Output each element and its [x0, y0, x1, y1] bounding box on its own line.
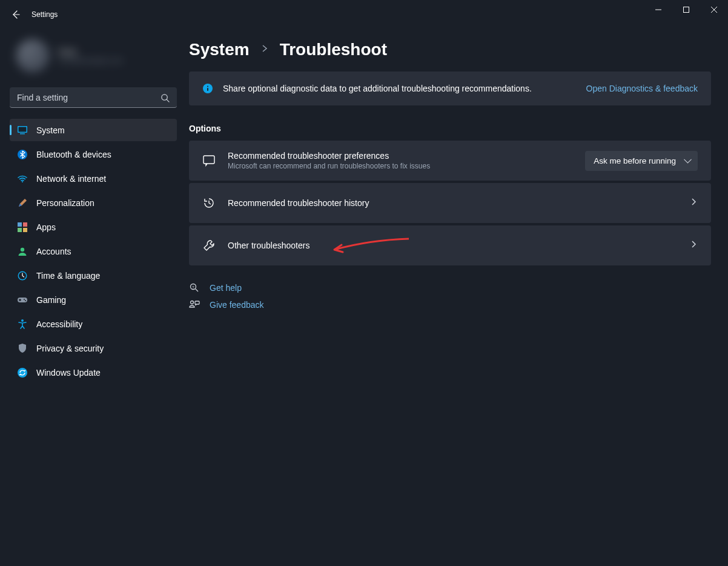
- app-title: Settings: [31, 10, 58, 19]
- svg-point-6: [22, 181, 23, 182]
- chevron-right-icon: [689, 240, 698, 251]
- gamepad-icon: [17, 295, 28, 305]
- nav: System Bluetooth & devices Network & int…: [10, 119, 177, 384]
- svg-rect-3: [19, 127, 27, 132]
- user-email: user@example.com: [58, 56, 123, 65]
- maximize-icon: [683, 7, 689, 13]
- dropdown-value: Ask me before running: [594, 156, 676, 165]
- section-title-options: Options: [189, 124, 711, 133]
- history-icon: [202, 196, 216, 210]
- sidebar-item-personalization[interactable]: Personalization: [10, 191, 177, 214]
- bluetooth-icon: [17, 149, 28, 160]
- back-button[interactable]: [5, 4, 27, 25]
- card-troubleshooter-history[interactable]: Recommended troubleshooter history: [189, 183, 711, 223]
- person-icon: [17, 246, 28, 257]
- open-diagnostics-link[interactable]: Open Diagnostics & feedback: [586, 84, 698, 93]
- wrench-icon: [202, 239, 216, 252]
- sidebar-item-accessibility[interactable]: Accessibility: [10, 313, 177, 335]
- sidebar-item-accounts[interactable]: Accounts: [10, 240, 177, 262]
- svg-rect-7: [18, 222, 22, 227]
- svg-point-1: [161, 94, 167, 99]
- svg-text:?: ?: [192, 285, 194, 289]
- svg-point-16: [25, 300, 26, 301]
- sidebar-item-windows-update[interactable]: Windows Update: [10, 361, 177, 384]
- accessibility-icon: [17, 319, 28, 330]
- sidebar-item-label: Time & language: [36, 271, 100, 281]
- svg-rect-21: [207, 88, 208, 91]
- sidebar-item-label: Apps: [36, 222, 56, 232]
- sidebar-item-label: Privacy & security: [36, 344, 104, 353]
- chevron-right-icon: [689, 198, 698, 208]
- system-icon: [17, 125, 28, 136]
- card-title: Recommended troubleshooter preferences: [228, 151, 573, 161]
- update-icon: [17, 367, 28, 378]
- sidebar-item-label: Bluetooth & devices: [36, 150, 111, 159]
- svg-point-25: [191, 301, 194, 304]
- wifi-icon: [17, 173, 28, 184]
- page-title: Troubleshoot: [280, 40, 387, 59]
- search-icon: [160, 93, 170, 102]
- avatar: [16, 39, 50, 73]
- user-block[interactable]: User user@example.com: [10, 29, 177, 85]
- sidebar-item-label: Accessibility: [36, 319, 82, 329]
- sidebar-item-label: Windows Update: [36, 368, 101, 378]
- svg-rect-4: [20, 133, 25, 135]
- sidebar-item-label: System: [36, 125, 65, 135]
- svg-point-18: [18, 368, 27, 378]
- sidebar-item-bluetooth[interactable]: Bluetooth & devices: [10, 143, 177, 165]
- minimize-icon: [655, 7, 661, 13]
- minimize-button[interactable]: [644, 0, 672, 19]
- svg-point-20: [207, 86, 208, 87]
- info-icon: [202, 83, 213, 94]
- sidebar: User user@example.com System Bluetooth &…: [0, 29, 182, 566]
- help-icon: ?: [189, 282, 200, 293]
- link-label: Give feedback: [210, 300, 264, 310]
- give-feedback-link[interactable]: Give feedback: [189, 299, 711, 310]
- svg-rect-8: [23, 222, 27, 227]
- apps-icon: [17, 222, 28, 233]
- sidebar-item-label: Accounts: [36, 247, 71, 256]
- sidebar-item-label: Network & internet: [36, 174, 106, 184]
- breadcrumb: System Troubleshoot: [189, 29, 711, 72]
- chat-icon: [202, 154, 216, 167]
- clock-icon: [17, 270, 28, 281]
- help-links: ? Get help Give feedback: [189, 282, 711, 310]
- sidebar-item-apps[interactable]: Apps: [10, 216, 177, 238]
- search-input[interactable]: [10, 87, 177, 108]
- feedback-icon: [189, 299, 200, 310]
- sidebar-item-label: Personalization: [36, 198, 94, 208]
- svg-rect-0: [684, 7, 689, 13]
- paintbrush-icon: [17, 198, 28, 208]
- card-other-troubleshooters[interactable]: Other troubleshooters: [189, 225, 711, 265]
- sidebar-item-privacy[interactable]: Privacy & security: [10, 337, 177, 359]
- shield-icon: [17, 343, 28, 354]
- arrow-left-icon: [11, 10, 21, 19]
- svg-point-15: [24, 299, 25, 300]
- breadcrumb-parent[interactable]: System: [189, 40, 250, 59]
- close-icon: [711, 7, 717, 13]
- svg-rect-22: [204, 156, 214, 164]
- sidebar-item-network[interactable]: Network & internet: [10, 167, 177, 190]
- preferences-dropdown[interactable]: Ask me before running: [585, 151, 698, 171]
- search-wrap: [10, 87, 177, 108]
- chevron-right-icon: [260, 44, 269, 55]
- maximize-button[interactable]: [672, 0, 700, 19]
- link-label: Get help: [210, 283, 242, 293]
- card-title: Other troubleshooters: [228, 241, 677, 250]
- sidebar-item-gaming[interactable]: Gaming: [10, 288, 177, 311]
- sidebar-item-system[interactable]: System: [10, 119, 177, 141]
- sidebar-item-time-language[interactable]: Time & language: [10, 264, 177, 287]
- svg-rect-9: [18, 228, 22, 232]
- close-button[interactable]: [700, 0, 728, 19]
- svg-point-11: [21, 247, 24, 251]
- info-bar: Share optional diagnostic data to get ad…: [189, 72, 711, 105]
- cards: Recommended troubleshooter preferences M…: [189, 141, 711, 265]
- window-controls: [644, 0, 728, 19]
- card-title: Recommended troubleshooter history: [228, 198, 677, 208]
- svg-rect-26: [195, 301, 199, 304]
- search-button[interactable]: [156, 89, 173, 106]
- get-help-link[interactable]: ? Get help: [189, 282, 711, 293]
- titlebar: Settings: [0, 0, 728, 29]
- svg-rect-10: [23, 228, 27, 232]
- card-troubleshooter-preferences[interactable]: Recommended troubleshooter preferences M…: [189, 141, 711, 181]
